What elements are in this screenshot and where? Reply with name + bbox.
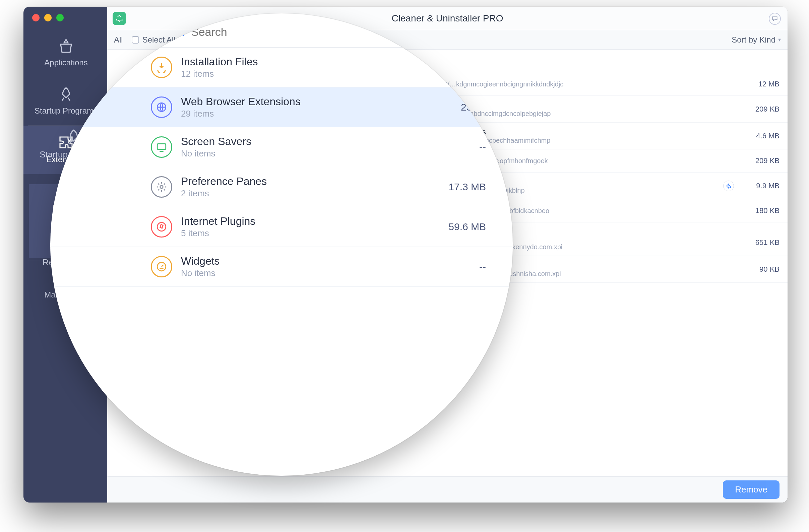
sidebar-item-applications[interactable]: Applications [23,29,107,77]
select-all-checkbox[interactable] [132,36,139,43]
category-subtitle: No items [181,148,470,159]
svg-point-7 [160,185,163,189]
category-row[interactable]: Screen Savers No items -- [50,127,513,167]
apps-icon [58,38,74,54]
globe-icon [151,96,172,118]
compass-icon [151,216,172,237]
category-subtitle: 29 items [181,109,452,119]
zoom-lens: Installation Files 12 items Web Browser … [50,13,513,476]
remove-button[interactable]: Remove [723,480,779,499]
category-row[interactable]: Web Browser Extensions 29 items 234.2 [50,87,513,127]
category-subtitle: No items [181,268,470,278]
row-size: 9.9 MB [739,181,779,190]
feedback-button[interactable] [769,13,781,25]
category-meta: Screen Savers No items [181,135,470,159]
category-size: 59.6 MB [448,221,486,232]
footer: Remove [107,476,788,502]
category-meta: Web Browser Extensions 29 items [181,95,452,119]
row-size: 209 KB [739,157,779,165]
download-icon [151,57,172,78]
category-title: Internet Plugins [181,215,440,228]
rocket-icon [58,86,74,103]
filter-all[interactable]: All [114,35,123,45]
category-list: Installation Files 12 items Web Browser … [50,48,513,287]
chat-icon [772,15,778,22]
row-size: 209 KB [739,105,779,113]
svg-rect-6 [157,144,166,149]
sidebar-item-label: Startup Programs [35,106,98,116]
svg-point-8 [157,223,166,231]
share-icon[interactable] [723,181,734,191]
category-row[interactable]: Internet Plugins 5 items 59.6 MB [50,207,513,247]
category-title: Widgets [181,255,470,267]
minimize-window-button[interactable] [44,14,52,21]
category-title: Screen Savers [181,135,470,148]
row-size: 180 KB [739,206,779,215]
zoom-window-button[interactable] [56,14,64,21]
chevron-down-icon: ▾ [778,36,781,43]
row-size: 90 KB [739,265,779,274]
category-meta: Internet Plugins 5 items [181,215,440,238]
recycle-icon [115,14,123,22]
app-title: Cleaner & Uninstaller PRO [392,13,503,24]
row-size: 651 KB [739,238,779,247]
close-window-button[interactable] [32,14,39,21]
category-meta: Preference Panes 2 items [181,175,440,199]
row-size: 12 MB [739,80,779,88]
category-title: Web Browser Extensions [181,95,452,108]
category-subtitle: 12 items [181,69,477,79]
sort-button[interactable]: Sort by Kind ▾ [731,35,781,45]
category-row[interactable]: Widgets No items -- [50,247,513,287]
category-subtitle: 2 items [181,188,440,199]
category-row[interactable]: Preference Panes 2 items 17.3 MB [50,167,513,207]
gear-icon [151,176,172,198]
category-size: 17.3 MB [448,181,486,193]
category-meta: Widgets No items [181,255,470,278]
category-size: -- [479,141,486,153]
row-size: 4.6 MB [739,132,779,140]
window-controls [23,7,107,29]
category-subtitle: 5 items [181,228,440,238]
category-size: -- [479,261,486,272]
category-title: Preference Panes [181,175,440,188]
monitor-icon [151,136,172,158]
app-logo [113,12,126,25]
sidebar-item-label: Applications [44,58,87,68]
sort-label: Sort by Kind [731,35,775,45]
gauge-icon [151,256,172,278]
